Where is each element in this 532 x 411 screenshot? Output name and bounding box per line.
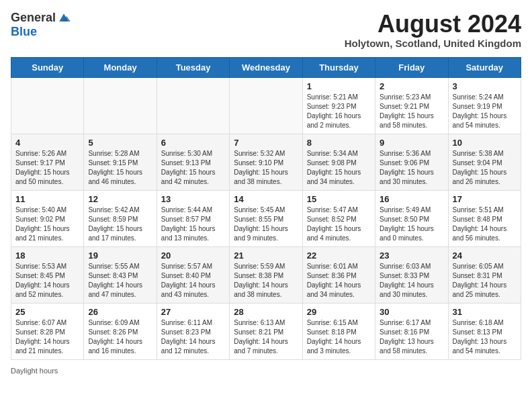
day-info: Sunrise: 6:15 AM Sunset: 8:18 PM Dayligh… bbox=[307, 318, 371, 356]
calendar-cell: 19Sunrise: 5:55 AM Sunset: 8:43 PM Dayli… bbox=[84, 246, 157, 303]
calendar-week-row: 11Sunrise: 5:40 AM Sunset: 9:02 PM Dayli… bbox=[11, 190, 521, 246]
calendar-cell: 28Sunrise: 6:13 AM Sunset: 8:21 PM Dayli… bbox=[230, 303, 302, 359]
calendar-cell: 4Sunrise: 5:26 AM Sunset: 9:17 PM Daylig… bbox=[11, 134, 84, 190]
day-number: 28 bbox=[234, 307, 298, 317]
calendar-cell: 3Sunrise: 5:24 AM Sunset: 9:19 PM Daylig… bbox=[448, 77, 521, 134]
calendar-cell bbox=[157, 77, 229, 134]
day-number: 29 bbox=[307, 307, 371, 317]
day-info: Sunrise: 6:07 AM Sunset: 8:28 PM Dayligh… bbox=[15, 318, 79, 356]
calendar-cell: 11Sunrise: 5:40 AM Sunset: 9:02 PM Dayli… bbox=[11, 190, 84, 246]
day-number: 16 bbox=[380, 194, 443, 204]
day-info: Sunrise: 5:30 AM Sunset: 9:13 PM Dayligh… bbox=[161, 149, 225, 187]
calendar-cell: 25Sunrise: 6:07 AM Sunset: 8:28 PM Dayli… bbox=[11, 303, 84, 359]
weekday-header: Monday bbox=[84, 57, 157, 77]
calendar-cell: 15Sunrise: 5:47 AM Sunset: 8:52 PM Dayli… bbox=[302, 190, 375, 246]
weekday-header: Sunday bbox=[11, 57, 84, 77]
day-info: Sunrise: 6:03 AM Sunset: 8:33 PM Dayligh… bbox=[380, 262, 443, 300]
day-number: 6 bbox=[161, 138, 225, 148]
day-info: Sunrise: 5:59 AM Sunset: 8:38 PM Dayligh… bbox=[234, 262, 298, 300]
day-info: Sunrise: 5:38 AM Sunset: 9:04 PM Dayligh… bbox=[453, 149, 517, 187]
day-number: 30 bbox=[380, 307, 443, 317]
calendar-cell: 23Sunrise: 6:03 AM Sunset: 8:33 PM Dayli… bbox=[375, 246, 448, 303]
day-number: 9 bbox=[380, 138, 443, 148]
day-info: Sunrise: 5:23 AM Sunset: 9:21 PM Dayligh… bbox=[380, 93, 443, 130]
day-number: 14 bbox=[234, 194, 298, 204]
day-number: 17 bbox=[453, 194, 517, 204]
calendar-cell: 24Sunrise: 6:05 AM Sunset: 8:31 PM Dayli… bbox=[448, 246, 521, 303]
day-number: 13 bbox=[161, 194, 225, 204]
day-info: Sunrise: 5:44 AM Sunset: 8:57 PM Dayligh… bbox=[161, 205, 225, 243]
day-info: Sunrise: 5:42 AM Sunset: 8:59 PM Dayligh… bbox=[88, 205, 152, 243]
month-year-title: August 2024 bbox=[345, 11, 521, 38]
calendar-cell: 7Sunrise: 5:32 AM Sunset: 9:10 PM Daylig… bbox=[230, 134, 302, 190]
day-info: Sunrise: 6:17 AM Sunset: 8:16 PM Dayligh… bbox=[380, 318, 443, 356]
calendar-header-row: SundayMondayTuesdayWednesdayThursdayFrid… bbox=[11, 57, 521, 77]
calendar-cell: 18Sunrise: 5:53 AM Sunset: 8:45 PM Dayli… bbox=[11, 246, 84, 303]
day-info: Sunrise: 5:36 AM Sunset: 9:06 PM Dayligh… bbox=[380, 149, 443, 187]
calendar-footer: Daylight hours bbox=[11, 367, 521, 375]
day-info: Sunrise: 6:05 AM Sunset: 8:31 PM Dayligh… bbox=[453, 262, 517, 300]
weekday-header: Wednesday bbox=[230, 57, 302, 77]
day-number: 24 bbox=[453, 250, 517, 261]
daylight-label: Daylight hours bbox=[11, 367, 58, 375]
day-info: Sunrise: 6:18 AM Sunset: 8:13 PM Dayligh… bbox=[453, 318, 517, 356]
calendar-week-row: 18Sunrise: 5:53 AM Sunset: 8:45 PM Dayli… bbox=[11, 246, 521, 303]
calendar-cell: 17Sunrise: 5:51 AM Sunset: 8:48 PM Dayli… bbox=[448, 190, 521, 246]
day-number: 21 bbox=[234, 250, 298, 261]
day-info: Sunrise: 5:32 AM Sunset: 9:10 PM Dayligh… bbox=[234, 149, 298, 187]
calendar-cell bbox=[84, 77, 157, 134]
calendar-cell: 2Sunrise: 5:23 AM Sunset: 9:21 PM Daylig… bbox=[375, 77, 448, 134]
logo-general-text: General bbox=[11, 11, 56, 25]
calendar-week-row: 25Sunrise: 6:07 AM Sunset: 8:28 PM Dayli… bbox=[11, 303, 521, 359]
day-number: 4 bbox=[15, 138, 79, 148]
calendar-cell: 31Sunrise: 6:18 AM Sunset: 8:13 PM Dayli… bbox=[448, 303, 521, 359]
calendar-cell bbox=[230, 77, 302, 134]
calendar-cell: 1Sunrise: 5:21 AM Sunset: 9:23 PM Daylig… bbox=[302, 77, 375, 134]
day-info: Sunrise: 5:47 AM Sunset: 8:52 PM Dayligh… bbox=[307, 205, 371, 243]
calendar-cell: 5Sunrise: 5:28 AM Sunset: 9:15 PM Daylig… bbox=[84, 134, 157, 190]
day-number: 12 bbox=[88, 194, 152, 204]
calendar-cell: 16Sunrise: 5:49 AM Sunset: 8:50 PM Dayli… bbox=[375, 190, 448, 246]
location-subtitle: Holytown, Scotland, United Kingdom bbox=[345, 38, 521, 49]
weekday-header: Tuesday bbox=[157, 57, 229, 77]
weekday-header: Thursday bbox=[302, 57, 375, 77]
day-number: 27 bbox=[161, 307, 225, 317]
calendar-cell: 10Sunrise: 5:38 AM Sunset: 9:04 PM Dayli… bbox=[448, 134, 521, 190]
calendar-cell: 21Sunrise: 5:59 AM Sunset: 8:38 PM Dayli… bbox=[230, 246, 302, 303]
page-header: General Blue August 2024 Holytown, Scotl… bbox=[11, 11, 521, 49]
calendar-week-row: 4Sunrise: 5:26 AM Sunset: 9:17 PM Daylig… bbox=[11, 134, 521, 190]
day-number: 8 bbox=[307, 138, 371, 148]
calendar-cell: 29Sunrise: 6:15 AM Sunset: 8:18 PM Dayli… bbox=[302, 303, 375, 359]
day-number: 23 bbox=[380, 250, 443, 261]
day-number: 19 bbox=[88, 250, 152, 261]
day-info: Sunrise: 5:34 AM Sunset: 9:08 PM Dayligh… bbox=[307, 149, 371, 187]
day-number: 26 bbox=[88, 307, 152, 317]
day-info: Sunrise: 5:24 AM Sunset: 9:19 PM Dayligh… bbox=[453, 93, 517, 130]
day-info: Sunrise: 5:55 AM Sunset: 8:43 PM Dayligh… bbox=[88, 262, 152, 300]
day-number: 11 bbox=[15, 194, 79, 204]
day-info: Sunrise: 5:45 AM Sunset: 8:55 PM Dayligh… bbox=[234, 205, 298, 243]
day-number: 2 bbox=[380, 81, 443, 91]
calendar-week-row: 1Sunrise: 5:21 AM Sunset: 9:23 PM Daylig… bbox=[11, 77, 521, 134]
calendar-cell: 27Sunrise: 6:11 AM Sunset: 8:23 PM Dayli… bbox=[157, 303, 229, 359]
calendar-cell bbox=[11, 77, 84, 134]
day-number: 20 bbox=[161, 250, 225, 261]
calendar-cell: 26Sunrise: 6:09 AM Sunset: 8:26 PM Dayli… bbox=[84, 303, 157, 359]
day-info: Sunrise: 6:09 AM Sunset: 8:26 PM Dayligh… bbox=[88, 318, 152, 356]
day-number: 3 bbox=[453, 81, 517, 91]
weekday-header: Friday bbox=[375, 57, 448, 77]
logo-icon bbox=[57, 11, 71, 25]
day-info: Sunrise: 5:40 AM Sunset: 9:02 PM Dayligh… bbox=[15, 205, 79, 243]
calendar-cell: 20Sunrise: 5:57 AM Sunset: 8:40 PM Dayli… bbox=[157, 246, 229, 303]
day-info: Sunrise: 5:49 AM Sunset: 8:50 PM Dayligh… bbox=[380, 205, 443, 243]
day-number: 22 bbox=[307, 250, 371, 261]
day-number: 1 bbox=[307, 81, 371, 91]
calendar-cell: 22Sunrise: 6:01 AM Sunset: 8:36 PM Dayli… bbox=[302, 246, 375, 303]
day-info: Sunrise: 5:26 AM Sunset: 9:17 PM Dayligh… bbox=[15, 149, 79, 187]
calendar-cell: 6Sunrise: 5:30 AM Sunset: 9:13 PM Daylig… bbox=[157, 134, 229, 190]
title-block: August 2024 Holytown, Scotland, United K… bbox=[345, 11, 521, 49]
day-number: 7 bbox=[234, 138, 298, 148]
calendar-table: SundayMondayTuesdayWednesdayThursdayFrid… bbox=[11, 57, 521, 360]
calendar-cell: 12Sunrise: 5:42 AM Sunset: 8:59 PM Dayli… bbox=[84, 190, 157, 246]
day-info: Sunrise: 6:01 AM Sunset: 8:36 PM Dayligh… bbox=[307, 262, 371, 300]
